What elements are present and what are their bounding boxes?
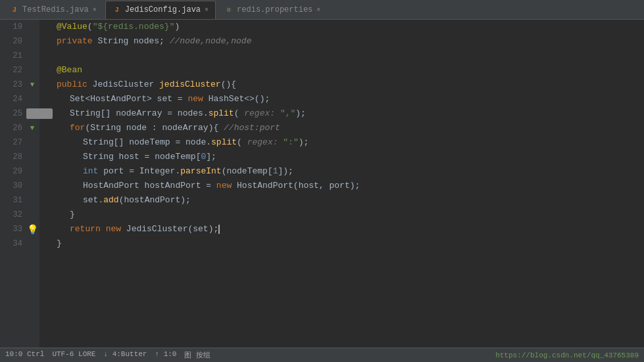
line-num-31: 31	[0, 196, 26, 205]
status-up: ↑ 1:0	[155, 350, 176, 360]
kw-int: int	[83, 164, 98, 179]
gutter-row-32: 32	[0, 208, 39, 222]
comment-26: //host:port	[224, 121, 280, 135]
status-left: 10:0 Ctrl UTF-6 LORE ↓ 4:Butter ↑ 1:0 图 …	[5, 350, 211, 360]
gutter-row-22: 22	[0, 63, 39, 78]
tab-jedis-config-label: JedisConfig.java	[125, 5, 201, 14]
type-string-26: String	[90, 121, 121, 135]
method-split-25: split	[209, 106, 234, 121]
code-line-32: }	[43, 208, 644, 222]
code-line-22: @Bean	[43, 63, 644, 78]
kw-new-24: new	[187, 92, 203, 106]
line-num-21: 21	[0, 51, 26, 60]
string-colon: ":"	[283, 135, 298, 150]
method-jediscluster: jedisCluster	[159, 78, 221, 92]
comment-20: //node,node,node	[170, 34, 252, 49]
tab-test-redis[interactable]: J TestRedis.java ×	[3, 1, 104, 19]
line-num-26: 26	[0, 124, 26, 133]
bulb-icon-33[interactable]: 💡	[26, 224, 38, 235]
tab-test-redis-label: TestRedis.java	[22, 5, 89, 14]
status-encoding: UTF-6 LORE	[52, 350, 95, 360]
code-line-25: String [] nodeArray = nodes. split ( reg…	[43, 106, 644, 121]
line-num-27: 27	[0, 138, 26, 147]
line-num-33: 33	[0, 225, 26, 234]
code-line-30: HostAndPort hostAndPort = new HostAndPor…	[43, 179, 644, 193]
gutter-row-23: 23 ▼	[0, 78, 39, 92]
java-icon: J	[10, 5, 19, 14]
code-line-34: }	[43, 237, 644, 251]
status-url: https://blog.csdn.net/qq_43765389	[495, 351, 639, 359]
annotation-bean: @Bean	[57, 63, 82, 78]
code-line-21	[43, 49, 644, 63]
code-line-33: return new JedisCluster(set);	[43, 222, 644, 237]
status-group: 图 按组	[184, 350, 211, 360]
kw-new-30: new	[216, 179, 232, 193]
gutter-row-21: 21	[0, 49, 39, 63]
code-line-29: int port = Integer. parseInt (nodeTemp[ …	[43, 164, 644, 179]
gutter-row-29: 29	[0, 164, 39, 179]
tab-jedis-config[interactable]: J JedisConfig.java ×	[105, 1, 216, 19]
kw-return: return	[70, 222, 101, 237]
code-area: 19 20 21 22 23 ▼ 24 25	[0, 20, 644, 348]
tab-test-redis-close[interactable]: ×	[93, 7, 97, 14]
tab-redis-props-close[interactable]: ×	[316, 7, 320, 14]
line-num-24: 24	[0, 95, 26, 104]
gutter-icon-25	[26, 108, 53, 119]
code-line-19: @Value("${redis.nodes}")	[43, 20, 644, 34]
status-position: 10:0 Ctrl	[5, 350, 44, 360]
param-hint-27: regex:	[247, 135, 278, 150]
kw-public-23: public	[57, 78, 87, 92]
type-string-25: String	[70, 106, 101, 121]
gutter-row-27: 27	[0, 135, 39, 150]
gutter-row-24: 24	[0, 92, 39, 106]
line-num-30: 30	[0, 181, 26, 191]
line-num-28: 28	[0, 152, 26, 162]
method-add: add	[103, 193, 118, 208]
tab-jedis-config-close[interactable]: ×	[205, 7, 209, 14]
gutter-row-31: 31	[0, 193, 39, 208]
text-cursor	[218, 225, 220, 234]
annotation-value: @Value	[57, 20, 87, 34]
gutter-row-25: 25	[0, 106, 39, 121]
code-lines[interactable]: @Value("${redis.nodes}") private String …	[39, 20, 644, 348]
status-bar: 10:0 Ctrl UTF-6 LORE ↓ 4:Butter ↑ 1:0 图 …	[0, 348, 644, 362]
fold-icon-26[interactable]: ▼	[26, 124, 38, 132]
gutter-row-20: 20	[0, 34, 39, 49]
gutter-row-30: 30	[0, 179, 39, 193]
line-num-19: 19	[0, 22, 26, 32]
method-parseint: parseInt	[180, 164, 221, 179]
props-icon: ⚙	[224, 5, 234, 14]
java-icon-2: J	[112, 5, 122, 14]
number-1: 1	[273, 164, 278, 179]
gutter-row-34: 34	[0, 237, 39, 251]
tab-redis-props-label: redis.properties	[237, 5, 312, 14]
param-hint-25: regex:	[244, 106, 275, 121]
code-line-31: set. add (hostAndPort);	[43, 193, 644, 208]
code-line-26: for ( String node : nodeArray){ //host:p…	[43, 121, 644, 135]
code-line-23: public JedisCluster jedisCluster (){	[43, 78, 644, 92]
line-num-20: 20	[0, 37, 26, 46]
tab-bar: J TestRedis.java × J JedisConfig.java × …	[0, 0, 644, 20]
line-num-29: 29	[0, 167, 26, 176]
kw-new-33: new	[106, 222, 121, 237]
line-num-23: 23	[0, 80, 26, 89]
line-num-32: 32	[0, 210, 26, 219]
kw-private-20: private	[57, 34, 93, 49]
gutter: 19 20 21 22 23 ▼ 24 25	[0, 20, 39, 348]
code-line-24: Set<HostAndPort> set = new HashSet<>();	[43, 92, 644, 106]
code-line-27: String [] nodeTemp = node. split ( regex…	[43, 135, 644, 150]
line-num-25: 25	[0, 109, 26, 118]
kw-for: for	[70, 121, 85, 135]
gutter-row-19: 19	[0, 20, 39, 34]
status-down: ↓ 4:Butter	[103, 350, 147, 360]
method-split-27: split	[211, 135, 237, 150]
number-0: 0	[201, 150, 206, 164]
line-num-22: 22	[0, 66, 26, 75]
string-comma: ","	[280, 106, 295, 121]
gutter-row-26: 26 ▼	[0, 121, 39, 135]
fold-icon-23[interactable]: ▼	[26, 81, 38, 89]
gutter-row-33: 33 💡	[0, 222, 39, 237]
code-line-28: String host = nodeTemp[ 0 ];	[43, 150, 644, 164]
tab-redis-props[interactable]: ⚙ redis.properties ×	[217, 1, 328, 19]
type-string-28: String	[83, 150, 114, 164]
